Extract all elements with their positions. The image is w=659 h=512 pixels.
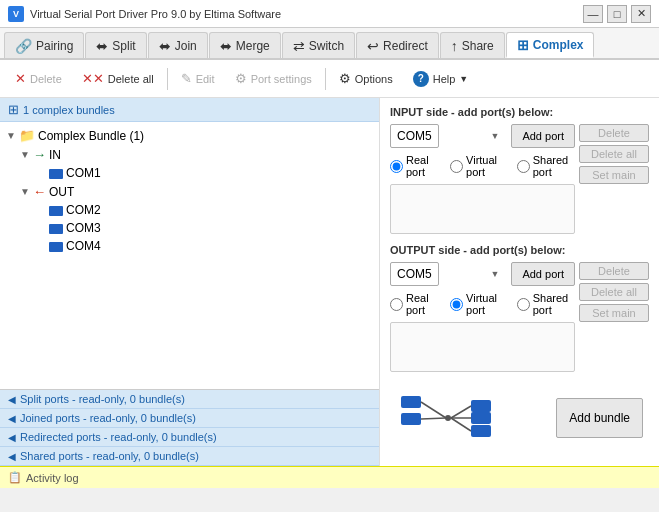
pairing-icon: 🔗 — [15, 38, 32, 54]
input-radio-shared[interactable]: Shared port — [517, 154, 575, 178]
right-panel: INPUT side - add port(s) below: COM5 Add… — [380, 98, 659, 466]
collapse-shared[interactable]: ◀ Shared ports - read-only, 0 bundle(s) — [0, 447, 379, 466]
title-bar-text: Virtual Serial Port Driver Pro 9.0 by El… — [30, 8, 281, 20]
title-bar: V Virtual Serial Port Driver Pro 9.0 by … — [0, 0, 659, 28]
tree-item-com3[interactable]: COM3 — [4, 219, 375, 237]
tree-item-out[interactable]: ▼ ← OUT — [4, 182, 375, 201]
svg-rect-8 — [471, 400, 491, 412]
output-radio-virtual[interactable]: Virtual port — [450, 292, 505, 316]
add-bundle-button[interactable]: Add bundle — [556, 398, 643, 438]
collapse-split-label: Split ports - read-only, 0 bundle(s) — [20, 393, 185, 405]
svg-line-3 — [421, 418, 446, 419]
delete-button[interactable]: ✕ Delete — [6, 65, 71, 93]
tab-redirect[interactable]: ↩ Redirect — [356, 32, 439, 58]
options-label: Options — [355, 73, 393, 85]
edit-icon: ✎ — [181, 71, 192, 86]
tab-join-label: Join — [175, 39, 197, 53]
input-delete-all-button[interactable]: Delete all — [579, 145, 649, 163]
tab-merge[interactable]: ⬌ Merge — [209, 32, 281, 58]
delete-all-label: Delete all — [108, 73, 154, 85]
tab-complex[interactable]: ⊞ Complex — [506, 32, 595, 58]
tree-item-com4[interactable]: COM4 — [4, 237, 375, 255]
output-add-port-button[interactable]: Add port — [511, 262, 575, 286]
title-bar-controls: — □ ✕ — [583, 5, 651, 23]
port-settings-icon: ⚙ — [235, 71, 247, 86]
collapse-split[interactable]: ◀ Split ports - read-only, 0 bundle(s) — [0, 390, 379, 409]
output-section-body: COM5 Add port Real port Virtual port — [390, 262, 649, 376]
svg-rect-10 — [471, 425, 491, 437]
collapse-joined[interactable]: ◀ Joined ports - read-only, 0 bundle(s) — [0, 409, 379, 428]
delete-icon: ✕ — [15, 71, 26, 86]
tree-item-com2[interactable]: COM2 — [4, 201, 375, 219]
tab-redirect-label: Redirect — [383, 39, 428, 53]
tab-pairing[interactable]: 🔗 Pairing — [4, 32, 84, 58]
help-button[interactable]: ? Help ▼ — [404, 65, 478, 93]
edit-button[interactable]: ✎ Edit — [172, 65, 224, 93]
edit-label: Edit — [196, 73, 215, 85]
options-button[interactable]: ⚙ Options — [330, 65, 402, 93]
output-select[interactable]: COM5 — [390, 262, 439, 286]
in-arrow-icon: → — [33, 147, 46, 162]
input-select[interactable]: COM5 — [390, 124, 439, 148]
output-delete-all-button[interactable]: Delete all — [579, 283, 649, 301]
main-content: ⊞ 1 complex bundles ▼ 📁 Complex Bundle (… — [0, 98, 659, 466]
svg-line-5 — [451, 406, 471, 418]
tree-item-root[interactable]: ▼ 📁 Complex Bundle (1) — [4, 126, 375, 145]
input-radio-real-label: Real port — [406, 154, 438, 178]
output-set-main-button[interactable]: Set main — [579, 304, 649, 322]
input-set-main-button[interactable]: Set main — [579, 166, 649, 184]
tab-complex-label: Complex — [533, 38, 584, 52]
tree-label-out: OUT — [49, 185, 74, 199]
output-port-list — [390, 322, 575, 372]
output-radio-virtual-label: Virtual port — [466, 292, 505, 316]
collapse-redirected[interactable]: ◀ Redirected ports - read-only, 0 bundle… — [0, 428, 379, 447]
port-settings-button[interactable]: ⚙ Port settings — [226, 65, 321, 93]
activity-log-icon: 📋 — [8, 471, 22, 484]
collapse-arrow-redirected: ◀ — [8, 432, 16, 443]
delete-all-icon: ✕✕ — [82, 71, 104, 86]
output-section: OUTPUT side - add port(s) below: COM5 Ad… — [390, 244, 649, 376]
output-select-wrapper: COM5 — [390, 262, 505, 286]
output-radio-shared[interactable]: Shared port — [517, 292, 575, 316]
tree-area: ▼ 📁 Complex Bundle (1) ▼ → IN COM1 ▼ ← O… — [0, 122, 379, 389]
tree-label-root: Complex Bundle (1) — [38, 129, 144, 143]
input-radio-real[interactable]: Real port — [390, 154, 438, 178]
bundle-header: ⊞ 1 complex bundles — [0, 98, 379, 122]
close-button[interactable]: ✕ — [631, 5, 651, 23]
maximize-button[interactable]: □ — [607, 5, 627, 23]
svg-line-2 — [421, 402, 446, 418]
input-radio-virtual-label: Virtual port — [466, 154, 505, 178]
input-add-port-button[interactable]: Add port — [511, 124, 575, 148]
svg-line-7 — [451, 418, 471, 431]
tab-split[interactable]: ⬌ Split — [85, 32, 146, 58]
input-radio-row: Real port Virtual port Shared port — [390, 154, 575, 178]
tab-switch[interactable]: ⇄ Switch — [282, 32, 355, 58]
input-radio-shared-label: Shared port — [533, 154, 575, 178]
collapse-redirected-label: Redirected ports - read-only, 0 bundle(s… — [20, 431, 217, 443]
tree-label-in: IN — [49, 148, 61, 162]
tab-pairing-label: Pairing — [36, 39, 73, 53]
tree-item-in[interactable]: ▼ → IN — [4, 145, 375, 164]
port-icon-com3 — [49, 221, 63, 235]
input-delete-button[interactable]: Delete — [579, 124, 649, 142]
tab-join[interactable]: ⬌ Join — [148, 32, 208, 58]
help-icon: ? — [413, 71, 429, 87]
toolbar: ✕ Delete ✕✕ Delete all ✎ Edit ⚙ Port set… — [0, 60, 659, 98]
folder-icon: 📁 — [19, 128, 35, 143]
tree-label-com3: COM3 — [66, 221, 101, 235]
tree-item-com1[interactable]: COM1 — [4, 164, 375, 182]
tab-share[interactable]: ↑ Share — [440, 32, 505, 58]
bottom-panels: ◀ Split ports - read-only, 0 bundle(s) ◀… — [0, 389, 379, 466]
output-radio-real[interactable]: Real port — [390, 292, 438, 316]
share-icon: ↑ — [451, 38, 458, 54]
help-dropdown-icon: ▼ — [459, 74, 468, 84]
input-section-inner: COM5 Add port Real port Virtual port — [390, 124, 575, 238]
input-radio-virtual[interactable]: Virtual port — [450, 154, 505, 178]
minimize-button[interactable]: — — [583, 5, 603, 23]
app-icon: V — [8, 6, 24, 22]
redirect-icon: ↩ — [367, 38, 379, 54]
output-radio-shared-label: Shared port — [533, 292, 575, 316]
toolbar-separator-2 — [325, 68, 326, 90]
delete-all-button[interactable]: ✕✕ Delete all — [73, 65, 163, 93]
output-delete-button[interactable]: Delete — [579, 262, 649, 280]
